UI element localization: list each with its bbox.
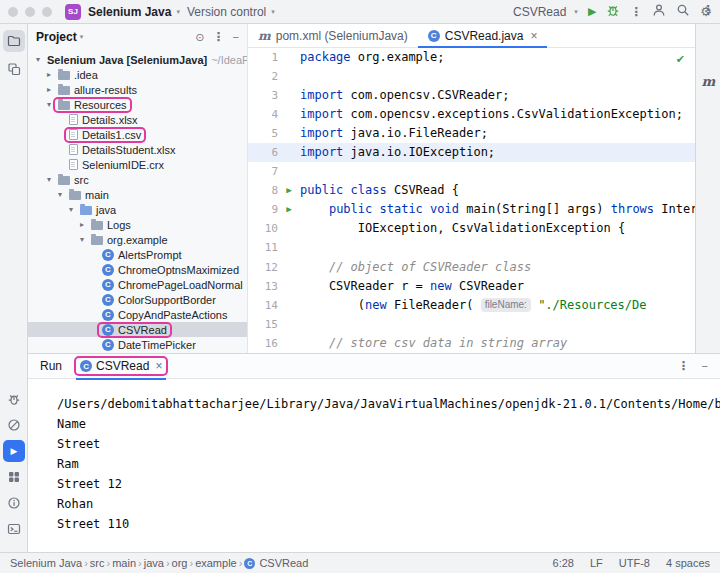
profiler-toolwindow-button[interactable] — [3, 414, 25, 436]
window-close-button[interactable] — [8, 7, 18, 17]
run-panel-title[interactable]: Run — [40, 359, 62, 373]
tree-item-copyandpasteactions[interactable]: CCopyAndPasteActions — [28, 307, 247, 322]
breadcrumb-separator: › — [107, 557, 111, 569]
tree-item-resources[interactable]: ▾Resources — [28, 97, 247, 112]
file-encoding[interactable]: UTF-8 — [619, 557, 650, 569]
tree-item-datetimepicker[interactable]: CDateTimePicker — [28, 337, 247, 352]
code-line-4[interactable]: 4import com.opencsv.exceptions.CsvValida… — [248, 105, 695, 124]
window-minimize-button[interactable] — [25, 7, 35, 17]
gutter — [278, 143, 300, 162]
inspections-ok-icon[interactable]: ✔ — [676, 53, 685, 66]
tree-chevron-icon[interactable]: ▸ — [76, 220, 88, 229]
code-line-7[interactable]: 7 — [248, 162, 695, 181]
editor-tab-csvread-java[interactable]: CCSVRead.java× — [418, 24, 548, 47]
code-line-16[interactable]: 16 // store csv data in string array — [248, 334, 695, 353]
line-separator[interactable]: LF — [590, 557, 603, 569]
code-line-2[interactable]: 2 — [248, 67, 695, 86]
breadcrumb-item[interactable]: CCSVRead — [244, 557, 308, 569]
more-actions-button[interactable]: ⋮ — [630, 5, 642, 19]
code-line-14[interactable]: 14 (new FileReader( fileName: "./Resourc… — [248, 296, 695, 315]
code-line-8[interactable]: 8▶public class CSVRead { — [248, 181, 695, 200]
code-line-13[interactable]: 13 CSVReader r = new CSVReader — [248, 277, 695, 296]
tree-item-chromepageloadnormal[interactable]: CChromePageLoadNormal — [28, 277, 247, 292]
breadcrumb-item[interactable]: java — [144, 557, 164, 569]
tree-chevron-icon[interactable]: ▸ — [43, 85, 55, 94]
code-editor[interactable]: 1package org.example;23import com.opencs… — [248, 48, 695, 353]
code-line-10[interactable]: 10 IOException, CsvValidationException { — [248, 219, 695, 238]
tree-chevron-icon[interactable]: ▾ — [65, 205, 77, 214]
breadcrumb-item[interactable]: Selenium Java — [10, 557, 82, 569]
console-line: /Users/debomitabhattacharjee/Library/Jav… — [57, 394, 720, 414]
class-icon: C — [244, 558, 255, 569]
code-line-12[interactable]: 12 // object of CSVReader class — [248, 258, 695, 277]
caret-position[interactable]: 6:28 — [553, 557, 574, 569]
tree-item-details1-csv[interactable]: Details1.csv — [28, 127, 247, 142]
close-icon[interactable]: × — [530, 29, 537, 43]
code-line-9[interactable]: 9▶ public static void main(String[] args… — [248, 200, 695, 219]
services-toolwindow-button[interactable] — [3, 466, 25, 488]
run-gutter-icon[interactable]: ▶ — [278, 181, 300, 200]
locate-file-icon[interactable]: ⊙ — [195, 32, 204, 43]
structure-toolwindow-button[interactable] — [3, 58, 25, 80]
window-zoom-button[interactable] — [42, 7, 52, 17]
tree-item-java[interactable]: ▾java — [28, 202, 247, 217]
tree-item-chromeoptnsmaximized[interactable]: CChromeOptnsMaximized — [28, 262, 247, 277]
run-toolwindow-button[interactable]: ▶ — [3, 440, 25, 462]
breadcrumb-item[interactable]: org — [172, 557, 188, 569]
tree-item-org-example[interactable]: ▾org.example — [28, 232, 247, 247]
editor-tab-pom-xml-seleniumjava[interactable]: mpom.xml (SeleniumJava) — [248, 24, 418, 47]
tree-item-detailsstudent-xlsx[interactable]: DetailsStudent.xlsx — [28, 142, 247, 157]
tree-item-content: CChromeOptnsMaximized — [99, 264, 242, 276]
breadcrumb-item[interactable]: main — [112, 557, 136, 569]
tree-item-allure-results[interactable]: ▸allure-results — [28, 82, 247, 97]
project-panel-title[interactable]: Project — [36, 30, 77, 44]
console-output[interactable]: /Users/debomitabhattacharjee/Library/Jav… — [28, 380, 720, 552]
tree-item-logs[interactable]: ▸Logs — [28, 217, 247, 232]
tab-options-icon[interactable]: ⋮ — [702, 3, 714, 17]
run-tab-csvread[interactable]: C CSVRead × — [76, 354, 166, 379]
terminal-toolwindow-button[interactable] — [3, 518, 25, 540]
indent-style[interactable]: 4 spaces — [666, 557, 710, 569]
code-line-15[interactable]: 15 — [248, 315, 695, 334]
close-icon[interactable]: × — [155, 359, 162, 373]
tree-item-src[interactable]: ▾src — [28, 172, 247, 187]
tree-chevron-icon[interactable]: ▾ — [32, 55, 44, 64]
more-options-icon[interactable]: ⋮ — [678, 359, 690, 373]
tree-chevron-icon[interactable]: ▾ — [43, 100, 55, 109]
run-gutter-icon[interactable]: ▶ — [278, 200, 300, 219]
more-options-icon[interactable]: ⋮ — [213, 30, 225, 44]
code-line-3[interactable]: 3import com.opencsv.CSVReader; — [248, 86, 695, 105]
tree-chevron-icon[interactable]: ▸ — [43, 70, 55, 79]
code-line-5[interactable]: 5import java.io.FileReader; — [248, 124, 695, 143]
code-line-1[interactable]: 1package org.example; — [248, 48, 695, 67]
run-button[interactable]: ▶ — [588, 5, 596, 18]
run-configuration-selector[interactable]: CSVRead — [513, 5, 566, 19]
profile-button[interactable] — [652, 3, 666, 20]
tree-item-idea[interactable]: ▸.idea — [28, 67, 247, 82]
tree-chevron-icon[interactable]: ▾ — [43, 175, 55, 184]
breadcrumb-item[interactable]: src — [90, 557, 105, 569]
tree-item-seleniumide-crx[interactable]: SeleniumIDE.crx — [28, 157, 247, 172]
debug-button[interactable] — [606, 3, 620, 20]
tree-item-alertsprompt[interactable]: CAlertsPrompt — [28, 247, 247, 262]
tree-item-details-xlsx[interactable]: Details.xlsx — [28, 112, 247, 127]
problems-toolwindow-button[interactable] — [3, 492, 25, 514]
debug-toolwindow-button[interactable] — [3, 388, 25, 410]
hide-panel-icon[interactable]: − — [702, 361, 708, 372]
tree-item-selenium-java-seleniumjava[interactable]: ▾Selenium Java [SeleniumJava] ~/IdeaProj… — [28, 52, 247, 67]
console-line: Name — [57, 414, 720, 434]
search-everywhere-button[interactable] — [676, 3, 690, 20]
vcs-widget[interactable]: Version control — [187, 5, 266, 19]
breadcrumb-item[interactable]: example — [195, 557, 237, 569]
tree-item-main[interactable]: ▾main — [28, 187, 247, 202]
tree-item-csvread[interactable]: CCSVRead — [28, 322, 247, 337]
maven-toolwindow-button[interactable]: m — [696, 74, 720, 89]
tree-item-colorsupportborder[interactable]: CColorSupportBorder — [28, 292, 247, 307]
project-widget[interactable]: Selenium Java — [88, 5, 171, 19]
code-line-6[interactable]: 6import java.io.IOException; — [248, 143, 695, 162]
code-line-11[interactable]: 11 — [248, 238, 695, 257]
tree-chevron-icon[interactable]: ▾ — [54, 190, 66, 199]
tree-chevron-icon[interactable]: ▾ — [76, 235, 88, 244]
hide-panel-icon[interactable]: − — [233, 32, 239, 43]
project-toolwindow-button[interactable] — [3, 30, 25, 52]
